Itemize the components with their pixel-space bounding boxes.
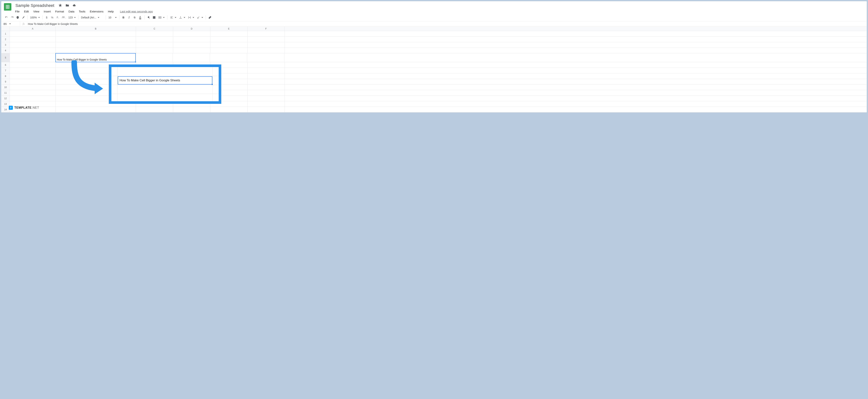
cell[interactable] [248,31,285,36]
row-header-4[interactable]: 4 [1,48,10,53]
insert-link-button[interactable] [207,15,213,20]
format-percent-button[interactable]: % [50,15,55,20]
row-header-12[interactable]: 12 [1,96,10,101]
cell[interactable] [136,31,173,36]
cell[interactable] [56,37,136,42]
cell[interactable] [248,107,285,112]
vertical-align-button[interactable] [178,15,186,20]
row-header-8[interactable]: 8 [1,73,10,79]
cell[interactable] [56,31,136,36]
cell[interactable] [173,31,210,36]
cell[interactable] [173,37,210,42]
menu-file[interactable]: File [13,9,21,14]
cell[interactable] [248,85,285,90]
cell[interactable] [248,96,285,101]
font-size-select[interactable]: 10 [107,15,118,20]
strikethrough-button[interactable]: S [132,15,137,20]
font-select[interactable]: Default (Ari... [80,15,104,20]
cell[interactable] [248,62,285,68]
cell[interactable] [10,62,56,68]
column-header-C[interactable]: C [136,27,173,31]
cell[interactable] [10,68,56,73]
cell[interactable] [248,42,285,47]
text-wrap-button[interactable] [187,15,195,20]
cell[interactable] [10,79,56,84]
menu-tools[interactable]: Tools [77,9,87,14]
menu-help[interactable]: Help [106,9,116,14]
cell[interactable] [210,31,248,36]
print-button[interactable] [15,15,20,20]
paint-format-button[interactable] [21,15,26,20]
cell[interactable] [247,53,284,62]
cell[interactable] [248,90,285,96]
menu-insert[interactable]: Insert [42,9,53,14]
formula-input[interactable]: How To Make Cell Bigger in Google Sheets [27,23,867,26]
cell[interactable] [10,31,56,36]
cell[interactable] [10,73,56,79]
cell[interactable] [10,96,56,101]
select-all-corner[interactable] [1,27,10,31]
cell-B5-selected[interactable]: How To Make Cell Bigger in Google Sheets [55,53,136,62]
row-header-5[interactable]: 5 [1,53,10,62]
cell[interactable] [10,53,56,62]
cell[interactable] [173,107,210,112]
sheets-logo-icon[interactable] [4,3,11,10]
cell[interactable] [248,68,285,73]
cell[interactable] [248,48,285,53]
cell[interactable] [136,37,173,42]
row-header-7[interactable]: 7 [1,68,10,73]
more-formats-button[interactable]: 123 [67,15,77,20]
bold-button[interactable]: B [121,15,126,20]
star-icon[interactable] [58,3,62,8]
cell[interactable] [10,90,56,96]
menu-data[interactable]: Data [67,9,76,14]
cell[interactable] [56,42,136,47]
cell[interactable] [136,48,173,53]
cell[interactable] [248,101,285,107]
document-title[interactable]: Sample Spreadsheet [15,3,55,8]
row-header-10[interactable]: 10 [1,85,10,90]
row-header-11[interactable]: 11 [1,90,10,96]
row-header-2[interactable]: 2 [1,37,10,42]
cell[interactable] [10,48,56,53]
text-rotation-button[interactable] [196,15,204,20]
cell[interactable] [210,53,247,62]
cell[interactable] [136,42,173,47]
cloud-status-icon[interactable] [72,3,76,8]
fill-color-button[interactable] [146,15,151,20]
menu-extensions[interactable]: Extensions [88,9,105,14]
cell[interactable] [173,53,210,62]
cell[interactable] [210,42,248,47]
column-header-E[interactable]: E [210,27,248,31]
menu-edit[interactable]: Edit [22,9,31,14]
cell[interactable] [173,48,210,53]
italic-button[interactable]: I [126,15,132,20]
cell[interactable] [210,107,248,112]
decrease-decimal-button[interactable]: .0← [55,15,60,20]
text-color-button[interactable]: A [137,15,143,20]
format-currency-button[interactable]: $ [44,15,49,20]
redo-button[interactable] [9,15,15,20]
increase-decimal-button[interactable]: .00→ [61,15,67,20]
cell[interactable] [248,79,285,84]
column-header-B[interactable]: B [56,27,136,31]
cell[interactable] [10,37,56,42]
last-edit-link[interactable]: Last edit was seconds ago [120,10,153,13]
selection-handle[interactable] [135,61,136,63]
row-header-6[interactable]: 6 [1,62,10,68]
borders-button[interactable] [152,15,157,20]
menu-format[interactable]: Format [53,9,66,14]
row-header-9[interactable]: 9 [1,79,10,84]
column-header-A[interactable]: A [10,27,56,31]
cell[interactable] [10,85,56,90]
cell[interactable] [210,37,248,42]
name-box[interactable]: B5 [1,21,20,26]
column-header-D[interactable]: D [173,27,210,31]
cell[interactable] [210,48,248,53]
row-header-3[interactable]: 3 [1,42,10,47]
cell[interactable] [248,37,285,42]
menu-view[interactable]: View [31,9,41,14]
move-folder-icon[interactable] [65,3,69,8]
cell[interactable] [56,48,136,53]
merge-cells-button[interactable] [157,15,166,20]
